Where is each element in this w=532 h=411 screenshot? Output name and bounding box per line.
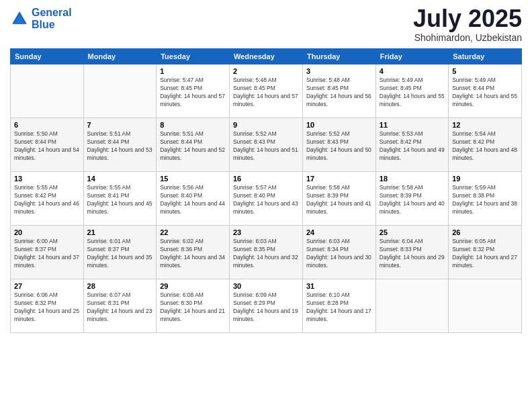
weekday-header: Monday	[83, 49, 157, 64]
calendar-table: SundayMondayTuesdayWednesdayThursdayFrid…	[10, 48, 522, 333]
calendar-week-row: 13Sunrise: 5:55 AMSunset: 8:42 PMDayligh…	[11, 172, 522, 226]
day-number: 19	[452, 175, 518, 183]
logo-icon	[10, 9, 29, 28]
day-info: Sunrise: 5:53 AMSunset: 8:42 PMDaylight:…	[380, 130, 445, 163]
day-number: 22	[160, 228, 226, 236]
month-title: July 2025	[413, 7, 522, 31]
day-number: 21	[87, 228, 153, 236]
calendar-cell: 11Sunrise: 5:53 AMSunset: 8:42 PMDayligh…	[375, 118, 448, 172]
weekday-header: Sunday	[11, 49, 84, 64]
day-info: Sunrise: 5:49 AMSunset: 8:44 PMDaylight:…	[452, 77, 518, 109]
day-number: 13	[14, 175, 80, 183]
day-number: 12	[452, 121, 518, 129]
calendar-cell: 5Sunrise: 5:49 AMSunset: 8:44 PMDaylight…	[449, 64, 522, 118]
calendar-cell: 30Sunrise: 6:09 AMSunset: 8:29 PMDayligh…	[229, 279, 302, 333]
calendar-cell: 10Sunrise: 5:52 AMSunset: 8:43 PMDayligh…	[302, 118, 375, 172]
location-title: Shohimardon, Uzbekistan	[413, 32, 522, 43]
calendar-cell: 14Sunrise: 5:55 AMSunset: 8:41 PMDayligh…	[83, 172, 157, 226]
calendar-cell: 7Sunrise: 5:51 AMSunset: 8:44 PMDaylight…	[83, 118, 157, 172]
day-number: 11	[380, 121, 445, 129]
day-number: 29	[160, 282, 226, 290]
weekday-header: Saturday	[449, 49, 522, 64]
calendar-cell: 20Sunrise: 6:00 AMSunset: 8:37 PMDayligh…	[11, 226, 84, 279]
day-info: Sunrise: 5:55 AMSunset: 8:42 PMDaylight:…	[14, 184, 80, 216]
calendar-cell: 23Sunrise: 6:03 AMSunset: 8:35 PMDayligh…	[229, 226, 302, 279]
day-info: Sunrise: 5:57 AMSunset: 8:40 PMDaylight:…	[233, 184, 299, 216]
calendar-cell: 13Sunrise: 5:55 AMSunset: 8:42 PMDayligh…	[11, 172, 84, 226]
calendar-week-row: 6Sunrise: 5:50 AMSunset: 8:44 PMDaylight…	[11, 118, 522, 172]
day-info: Sunrise: 6:06 AMSunset: 8:32 PMDaylight:…	[14, 291, 80, 324]
day-number: 27	[14, 282, 80, 290]
calendar-cell	[11, 64, 84, 118]
day-info: Sunrise: 5:47 AMSunset: 8:45 PMDaylight:…	[160, 77, 226, 109]
day-number: 14	[87, 175, 153, 183]
calendar-cell: 4Sunrise: 5:49 AMSunset: 8:45 PMDaylight…	[375, 64, 448, 118]
day-number: 7	[87, 121, 153, 129]
calendar-cell: 3Sunrise: 5:48 AMSunset: 8:45 PMDaylight…	[302, 64, 375, 118]
day-number: 8	[160, 121, 226, 129]
day-info: Sunrise: 5:58 AMSunset: 8:39 PMDaylight:…	[306, 184, 372, 216]
calendar-cell: 12Sunrise: 5:54 AMSunset: 8:42 PMDayligh…	[449, 118, 522, 172]
day-info: Sunrise: 5:55 AMSunset: 8:41 PMDaylight:…	[87, 184, 153, 216]
logo-text: General Blue	[32, 7, 72, 30]
day-number: 2	[233, 67, 299, 75]
calendar-cell: 6Sunrise: 5:50 AMSunset: 8:44 PMDaylight…	[11, 118, 84, 172]
logo-blue: Blue	[32, 19, 55, 30]
calendar-cell: 27Sunrise: 6:06 AMSunset: 8:32 PMDayligh…	[11, 279, 84, 333]
calendar-cell	[449, 279, 522, 333]
calendar-cell: 17Sunrise: 5:58 AMSunset: 8:39 PMDayligh…	[302, 172, 375, 226]
calendar-cell: 24Sunrise: 6:03 AMSunset: 8:34 PMDayligh…	[302, 226, 375, 279]
calendar-cell: 29Sunrise: 6:08 AMSunset: 8:30 PMDayligh…	[157, 279, 230, 333]
day-number: 20	[14, 228, 80, 236]
day-info: Sunrise: 6:07 AMSunset: 8:31 PMDaylight:…	[87, 291, 153, 324]
day-info: Sunrise: 6:03 AMSunset: 8:35 PMDaylight:…	[233, 238, 299, 270]
day-number: 31	[306, 282, 372, 290]
day-number: 23	[233, 228, 299, 236]
day-number: 6	[14, 121, 80, 129]
logo-general: General	[32, 7, 72, 18]
calendar-cell	[375, 279, 448, 333]
calendar-cell: 25Sunrise: 6:04 AMSunset: 8:33 PMDayligh…	[375, 226, 448, 279]
day-info: Sunrise: 5:56 AMSunset: 8:40 PMDaylight:…	[160, 184, 226, 216]
day-info: Sunrise: 5:51 AMSunset: 8:44 PMDaylight:…	[87, 130, 153, 163]
day-info: Sunrise: 5:50 AMSunset: 8:44 PMDaylight:…	[14, 130, 80, 163]
title-block: July 2025 Shohimardon, Uzbekistan	[413, 7, 522, 43]
day-info: Sunrise: 6:01 AMSunset: 8:37 PMDaylight:…	[87, 238, 153, 270]
calendar-cell: 31Sunrise: 6:10 AMSunset: 8:28 PMDayligh…	[302, 279, 375, 333]
day-info: Sunrise: 5:48 AMSunset: 8:45 PMDaylight:…	[233, 77, 299, 109]
day-number: 9	[233, 121, 299, 129]
day-info: Sunrise: 6:10 AMSunset: 8:28 PMDaylight:…	[306, 291, 372, 324]
weekday-header: Thursday	[302, 49, 375, 64]
day-info: Sunrise: 6:04 AMSunset: 8:33 PMDaylight:…	[380, 238, 445, 270]
day-number: 26	[452, 228, 518, 236]
calendar-cell: 22Sunrise: 6:02 AMSunset: 8:36 PMDayligh…	[157, 226, 230, 279]
day-number: 3	[306, 67, 372, 75]
calendar-cell: 2Sunrise: 5:48 AMSunset: 8:45 PMDaylight…	[229, 64, 302, 118]
day-number: 24	[306, 228, 372, 236]
calendar-cell: 1Sunrise: 5:47 AMSunset: 8:45 PMDaylight…	[157, 64, 230, 118]
day-number: 18	[380, 175, 445, 183]
calendar-cell: 8Sunrise: 5:51 AMSunset: 8:44 PMDaylight…	[157, 118, 230, 172]
calendar-cell: 19Sunrise: 5:59 AMSunset: 8:38 PMDayligh…	[449, 172, 522, 226]
day-info: Sunrise: 5:49 AMSunset: 8:45 PMDaylight:…	[380, 77, 445, 109]
day-number: 30	[233, 282, 299, 290]
calendar-cell: 15Sunrise: 5:56 AMSunset: 8:40 PMDayligh…	[157, 172, 230, 226]
calendar-header-row: SundayMondayTuesdayWednesdayThursdayFrid…	[11, 49, 522, 64]
day-info: Sunrise: 5:52 AMSunset: 8:43 PMDaylight:…	[306, 130, 372, 163]
day-number: 17	[306, 175, 372, 183]
calendar-cell: 28Sunrise: 6:07 AMSunset: 8:31 PMDayligh…	[83, 279, 157, 333]
calendar-cell: 26Sunrise: 6:05 AMSunset: 8:32 PMDayligh…	[449, 226, 522, 279]
logo: General Blue	[10, 7, 72, 30]
calendar-cell: 18Sunrise: 5:58 AMSunset: 8:39 PMDayligh…	[375, 172, 448, 226]
day-number: 25	[380, 228, 445, 236]
day-number: 1	[160, 67, 226, 75]
day-info: Sunrise: 5:52 AMSunset: 8:43 PMDaylight:…	[233, 130, 299, 163]
day-number: 4	[380, 67, 445, 75]
day-info: Sunrise: 6:09 AMSunset: 8:29 PMDaylight:…	[233, 291, 299, 324]
day-number: 28	[87, 282, 153, 290]
page-header: General Blue July 2025 Shohimardon, Uzbe…	[10, 7, 522, 43]
calendar-cell: 21Sunrise: 6:01 AMSunset: 8:37 PMDayligh…	[83, 226, 157, 279]
day-info: Sunrise: 6:03 AMSunset: 8:34 PMDaylight:…	[306, 238, 372, 270]
day-number: 10	[306, 121, 372, 129]
weekday-header: Friday	[375, 49, 448, 64]
